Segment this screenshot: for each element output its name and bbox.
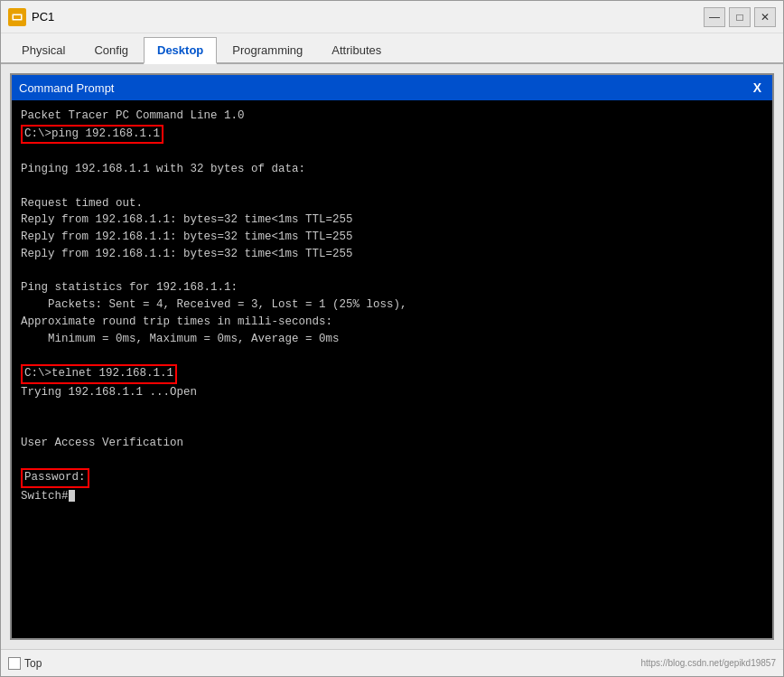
terminal-line-19 <box>21 418 763 435</box>
terminal-line-20: User Access Verification <box>21 435 763 452</box>
top-label: Top <box>24 657 42 670</box>
terminal-line-10 <box>21 263 763 280</box>
bottom-left: Top <box>8 657 42 670</box>
cursor <box>69 490 75 502</box>
maximize-button[interactable]: □ <box>729 7 751 27</box>
terminal-line-16: C:\>telnet 192.168.1.1 <box>21 364 763 384</box>
main-window: PC1 — □ ✕ Physical Config Desktop Progra… <box>0 0 784 677</box>
command-prompt-window: Command Prompt X Packet Tracer PC Comman… <box>10 73 774 640</box>
terminal-line-7: Reply from 192.168.1.1: bytes=32 time<1m… <box>21 212 763 229</box>
switch-prompt: Switch# <box>21 490 69 503</box>
terminal-line-9: Reply from 192.168.1.1: bytes=32 time<1m… <box>21 246 763 263</box>
terminal-line-13: Approximate round trip times in milli-se… <box>21 314 763 331</box>
terminal-line-4: Pinging 192.168.1.1 with 32 bytes of dat… <box>21 161 763 178</box>
tab-programming[interactable]: Programming <box>219 37 316 62</box>
terminal-line-3 <box>21 144 763 161</box>
title-bar: PC1 — □ ✕ <box>1 1 783 33</box>
tab-config[interactable]: Config <box>80 37 142 62</box>
terminal-line-5 <box>21 178 763 195</box>
terminal-line-17: Trying 192.168.1.1 ...Open <box>21 384 763 401</box>
cmd-title-text: Command Prompt <box>19 81 750 95</box>
window-title: PC1 <box>32 10 704 24</box>
cmd-close-button[interactable]: X <box>750 80 765 95</box>
bottom-bar: Top https://blog.csdn.net/gepikd19857 <box>1 649 783 676</box>
terminal-line-6: Request timed out. <box>21 195 763 212</box>
terminal-line-22: Password: <box>21 468 763 488</box>
terminal-line-23: Switch# <box>21 488 763 505</box>
top-checkbox[interactable] <box>8 657 21 670</box>
password-highlight: Password: <box>21 468 89 488</box>
telnet-cmd-highlight: C:\>telnet 192.168.1.1 <box>21 364 177 384</box>
cmd-body[interactable]: Packet Tracer PC Command Line 1.0 C:\>pi… <box>12 100 772 638</box>
terminal-line-8: Reply from 192.168.1.1: bytes=32 time<1m… <box>21 229 763 246</box>
close-button[interactable]: ✕ <box>754 7 776 27</box>
tab-attributes[interactable]: Attributes <box>318 37 395 62</box>
terminal-line-15 <box>21 347 763 364</box>
terminal-line-21 <box>21 452 763 469</box>
tab-desktop[interactable]: Desktop <box>144 37 217 64</box>
terminal-line-11: Ping statistics for 192.168.1.1: <box>21 279 763 296</box>
cmd-title-bar: Command Prompt X <box>12 75 772 100</box>
terminal-line-18 <box>21 400 763 418</box>
terminal-line-1: Packet Tracer PC Command Line 1.0 <box>21 108 763 125</box>
terminal-line-14: Minimum = 0ms, Maximum = 0ms, Average = … <box>21 331 763 348</box>
content-area: Command Prompt X Packet Tracer PC Comman… <box>1 64 783 649</box>
window-controls: — □ ✕ <box>704 7 776 27</box>
tab-physical[interactable]: Physical <box>8 37 79 62</box>
ping-cmd-highlight: C:\>ping 192.168.1.1 <box>21 125 163 145</box>
tab-bar: Physical Config Desktop Programming Attr… <box>1 33 783 64</box>
app-icon <box>8 8 26 26</box>
terminal-line-12: Packets: Sent = 4, Received = 3, Lost = … <box>21 296 763 314</box>
watermark: https://blog.csdn.net/gepikd19857 <box>640 658 776 668</box>
svg-rect-1 <box>14 15 21 19</box>
terminal-line-2: C:\>ping 192.168.1.1 <box>21 125 763 145</box>
minimize-button[interactable]: — <box>704 7 725 27</box>
